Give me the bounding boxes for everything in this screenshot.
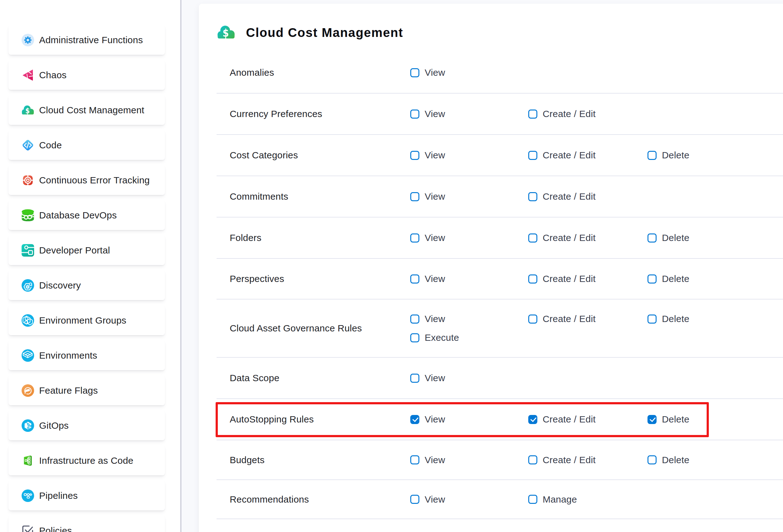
- checkbox-recommendations-view[interactable]: [410, 495, 419, 504]
- checkbox-autostopping-rules-view[interactable]: [410, 415, 419, 424]
- permission-cell: Delete: [648, 150, 689, 160]
- permission-cell: Manage: [528, 494, 648, 505]
- checkbox-label: View: [425, 232, 445, 243]
- sidebar-item-developer-portal[interactable]: Developer Portal: [8, 235, 165, 265]
- checkbox-folders-delete[interactable]: [648, 233, 657, 243]
- pipelines-icon: [21, 490, 35, 502]
- sidebar-item-database-devops[interactable]: Database DevOps: [8, 200, 165, 230]
- checkbox-cost-categories-delete[interactable]: [648, 151, 657, 160]
- checkbox-label: Delete: [662, 150, 689, 160]
- checkbox-autostopping-rules-delete[interactable]: [648, 415, 657, 424]
- checkbox-label: Execute: [425, 332, 459, 343]
- error-tracking-icon: [21, 174, 35, 187]
- checkbox-cloud-asset-governance-rules-create-edit[interactable]: [528, 314, 537, 323]
- permission-line: ViewCreate / EditDelete: [410, 146, 783, 165]
- checkbox-currency-preferences-create-edit[interactable]: [528, 109, 537, 119]
- permission-cell: View: [410, 67, 528, 78]
- checkbox-budgets-view[interactable]: [410, 455, 419, 464]
- checkbox-currency-preferences-view[interactable]: [410, 109, 419, 119]
- checkbox-label: View: [425, 108, 445, 119]
- permission-line: ViewCreate / EditDelete: [410, 451, 783, 469]
- checkbox-commitments-create-edit[interactable]: [528, 192, 537, 201]
- sidebar-item-environment-groups[interactable]: Environment Groups: [8, 306, 165, 335]
- cloud-cost-icon: $: [21, 105, 35, 115]
- sidebar-item-infrastructure-as-code[interactable]: Infrastructure as Code: [8, 446, 165, 475]
- sidebar-item-continuous-error-tracking[interactable]: Continuous Error Tracking: [8, 165, 165, 195]
- checkbox-data-scope-view[interactable]: [410, 374, 419, 383]
- checkbox-anomalies-view[interactable]: [410, 68, 419, 77]
- permission-resource-name: Cost Categories: [217, 135, 410, 176]
- checkbox-budgets-delete[interactable]: [648, 455, 657, 464]
- checkbox-label: Create / Edit: [543, 108, 596, 119]
- environments-icon: [21, 349, 35, 362]
- sidebar-item-pipelines[interactable]: Pipelines: [8, 481, 165, 510]
- checkbox-budgets-create-edit[interactable]: [528, 455, 537, 464]
- permission-cell: View: [410, 414, 528, 425]
- permission-line: View: [410, 369, 783, 387]
- permission-line: ViewCreate / EditDelete: [410, 410, 783, 429]
- permission-lines: View: [410, 52, 783, 93]
- checkbox-label: View: [425, 373, 445, 383]
- sidebar-item-code[interactable]: Code: [8, 130, 165, 160]
- permission-cell: Create / Edit: [528, 455, 648, 465]
- checkbox-label: View: [425, 191, 445, 202]
- permission-resource-name: Perspectives: [217, 259, 410, 299]
- gitops-icon: [21, 419, 35, 432]
- permission-resource-name: Cloud Asset Governance Rules: [217, 300, 410, 357]
- sidebar-item-label: Cloud Cost Management: [39, 105, 144, 116]
- permission-cell: Delete: [648, 314, 689, 324]
- svg-text:$: $: [222, 27, 229, 38]
- environment-groups-icon: [21, 314, 35, 327]
- sidebar-item-discovery[interactable]: Discovery: [8, 271, 165, 300]
- permission-line: ViewCreate / EditDelete: [410, 270, 783, 288]
- sidebar-item-cloud-cost-management[interactable]: $ Cloud Cost Management: [8, 95, 165, 125]
- permissions-panel: $ Cloud Cost Management AnomaliesViewCur…: [199, 4, 783, 532]
- checkbox-folders-view[interactable]: [410, 233, 419, 243]
- sidebar-item-policies[interactable]: Policies: [8, 516, 165, 532]
- checkbox-label: View: [425, 274, 445, 284]
- checkbox-cloud-asset-governance-rules-execute[interactable]: [410, 333, 419, 342]
- permission-lines: ViewCreate / EditDeleteExecute: [410, 300, 783, 357]
- permission-cell: View: [410, 373, 528, 383]
- permission-lines: ViewManage: [410, 480, 783, 519]
- sidebar-item-label: Database DevOps: [39, 210, 117, 221]
- permissions-screen: Administrative Functions Chaos $ Cloud C…: [0, 0, 783, 532]
- permission-lines: ViewCreate / EditDelete: [410, 218, 783, 258]
- checkbox-autostopping-rules-create-edit[interactable]: [528, 415, 537, 424]
- permission-resource-name: Commitments: [217, 176, 410, 217]
- permission-cell: Create / Edit: [528, 150, 648, 160]
- permission-row-perspectives: PerspectivesViewCreate / EditDelete: [217, 259, 783, 300]
- checkbox-commitments-view[interactable]: [410, 192, 419, 201]
- sidebar-item-label: Code: [39, 140, 62, 151]
- permission-cell: Delete: [648, 274, 689, 284]
- permission-cell: Create / Edit: [528, 232, 648, 243]
- sidebar-item-feature-flags[interactable]: Feature Flags: [8, 376, 165, 405]
- permission-cell: View: [410, 191, 528, 202]
- permission-cell: Create / Edit: [528, 191, 648, 202]
- sidebar-item-administrative-functions[interactable]: Administrative Functions: [8, 25, 165, 55]
- sidebar-item-chaos[interactable]: Chaos: [8, 60, 165, 90]
- checkbox-perspectives-view[interactable]: [410, 275, 419, 284]
- permission-line: ViewCreate / Edit: [410, 104, 783, 123]
- checkbox-cost-categories-view[interactable]: [410, 151, 419, 160]
- checkbox-label: Delete: [662, 455, 689, 465]
- checkbox-recommendations-manage[interactable]: [528, 495, 537, 504]
- checkbox-cost-categories-create-edit[interactable]: [528, 151, 537, 160]
- checkbox-folders-create-edit[interactable]: [528, 233, 537, 243]
- sidebar-item-gitops[interactable]: GitOps: [8, 411, 165, 440]
- sidebar-item-environments[interactable]: Environments: [8, 341, 165, 370]
- checkbox-perspectives-delete[interactable]: [648, 275, 657, 284]
- checkbox-perspectives-create-edit[interactable]: [528, 275, 537, 284]
- permission-lines: ViewCreate / Edit: [410, 94, 783, 134]
- sidebar-item-label: Developer Portal: [39, 245, 110, 256]
- infra-as-code-icon: [21, 455, 35, 466]
- checkbox-label: View: [425, 67, 445, 78]
- permission-rows: AnomaliesViewCurrency PreferencesViewCre…: [217, 52, 783, 519]
- checkbox-label: Create / Edit: [543, 150, 596, 160]
- checkbox-label: Delete: [662, 314, 689, 324]
- permission-cell: View: [410, 232, 528, 243]
- checkbox-cloud-asset-governance-rules-delete[interactable]: [648, 314, 657, 323]
- permission-line: ViewCreate / EditDelete: [410, 228, 783, 247]
- checkbox-cloud-asset-governance-rules-view[interactable]: [410, 314, 419, 323]
- permission-cell: Create / Edit: [528, 414, 648, 425]
